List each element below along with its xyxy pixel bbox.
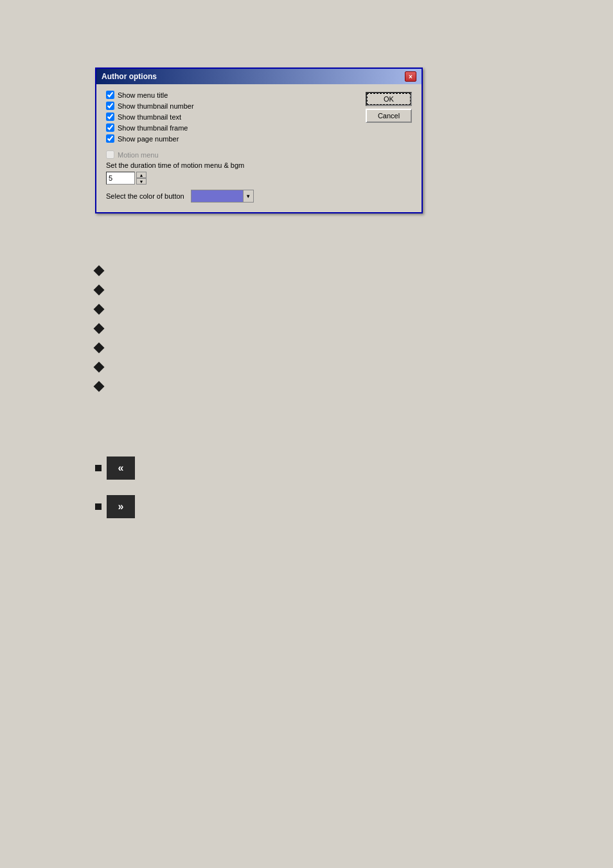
show-thumbnail-number-checkbox[interactable] <box>106 102 114 110</box>
show-thumbnail-text-row: Show thumbnail text <box>106 113 356 121</box>
diamond-bullet-icon <box>94 381 105 392</box>
ok-button[interactable]: OK <box>366 92 412 106</box>
nav-section: « » <box>95 457 135 534</box>
dialog-left-panel: Show menu title Show thumbnail number Sh… <box>106 91 356 203</box>
diamond-bullet-icon <box>94 323 105 334</box>
color-picker-container[interactable]: ▼ <box>191 190 254 203</box>
duration-row: Set the duration time of motion menu & b… <box>106 161 356 185</box>
show-thumbnail-number-row: Show thumbnail number <box>106 102 356 110</box>
show-menu-title-row: Show menu title <box>106 91 356 99</box>
color-row: Select the color of button ▼ <box>106 190 356 203</box>
show-thumbnail-text-checkbox[interactable] <box>106 113 114 121</box>
cancel-button[interactable]: Cancel <box>366 109 412 123</box>
dialog-close-button[interactable]: × <box>405 71 416 82</box>
spinner-container: ▲ ▼ <box>106 172 356 185</box>
nav-prev-item: « <box>95 457 135 480</box>
list-item <box>95 286 103 294</box>
next-button[interactable]: » <box>107 495 135 518</box>
diamond-bullet-icon <box>94 304 105 315</box>
list-item <box>95 363 103 371</box>
nav-prev-indicator <box>95 465 102 471</box>
spinner-buttons: ▲ ▼ <box>136 172 147 185</box>
dialog-titlebar: Author options × <box>96 69 422 84</box>
show-page-number-label: Show page number <box>118 135 179 143</box>
duration-label: Set the duration time of motion menu & b… <box>106 161 356 169</box>
color-label: Select the color of button <box>106 192 184 200</box>
diamond-bullet-icon <box>94 362 105 373</box>
author-options-dialog: Author options × Show menu title Show th… <box>95 68 423 213</box>
color-swatch <box>191 190 243 202</box>
spinner-down-button[interactable]: ▼ <box>136 178 147 185</box>
show-thumbnail-frame-label: Show thumbnail frame <box>118 124 188 132</box>
show-page-number-row: Show page number <box>106 134 356 143</box>
diamond-bullet-icon <box>94 343 105 354</box>
show-page-number-checkbox[interactable] <box>106 134 114 143</box>
dialog-content: Show menu title Show thumbnail number Sh… <box>96 84 422 212</box>
show-menu-title-label: Show menu title <box>118 91 168 99</box>
diamond-bullet-icon <box>94 285 105 296</box>
prev-button[interactable]: « <box>107 457 135 480</box>
color-dropdown-button[interactable]: ▼ <box>243 190 253 202</box>
bullet-section <box>95 267 103 402</box>
motion-menu-row: Motion menu <box>106 150 356 159</box>
list-item <box>95 267 103 275</box>
show-thumbnail-text-label: Show thumbnail text <box>118 113 181 121</box>
list-item <box>95 344 103 352</box>
spinner-up-button[interactable]: ▲ <box>136 172 147 178</box>
dialog-title: Author options <box>102 72 157 81</box>
diamond-bullet-icon <box>94 266 105 276</box>
dialog-right-panel: OK Cancel <box>366 91 412 203</box>
show-thumbnail-frame-row: Show thumbnail frame <box>106 123 356 132</box>
show-menu-title-checkbox[interactable] <box>106 91 114 99</box>
nav-next-indicator <box>95 503 102 510</box>
list-item <box>95 325 103 332</box>
list-item <box>95 383 103 390</box>
duration-input[interactable] <box>106 172 135 185</box>
list-item <box>95 305 103 313</box>
motion-menu-label: Motion menu <box>118 151 159 159</box>
nav-next-item: » <box>95 495 135 518</box>
show-thumbnail-number-label: Show thumbnail number <box>118 102 194 110</box>
motion-menu-checkbox[interactable] <box>106 150 114 159</box>
show-thumbnail-frame-checkbox[interactable] <box>106 123 114 132</box>
